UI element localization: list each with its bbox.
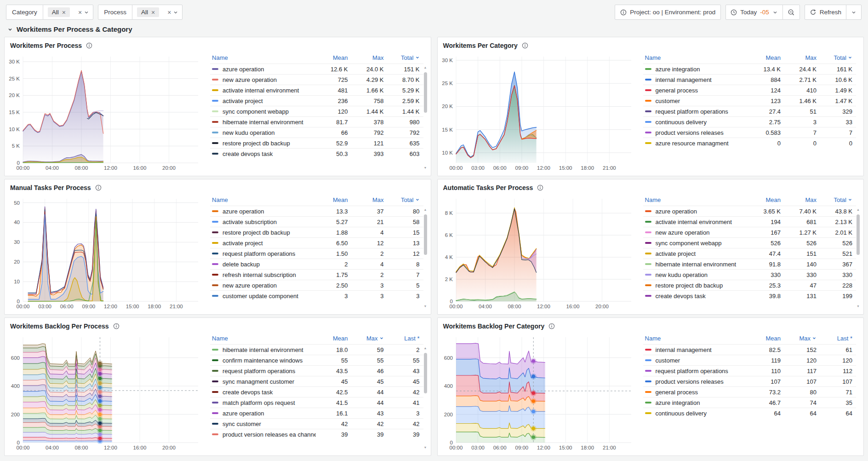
legend-column-total[interactable]: Total xyxy=(388,52,423,64)
series-name[interactable]: create devops task xyxy=(210,387,315,398)
series-name[interactable]: activate project xyxy=(210,238,315,248)
series-name[interactable]: product versions releases xyxy=(643,376,748,387)
panel-title[interactable]: Workitems Backlog Per Category xyxy=(443,323,545,330)
series-name[interactable]: activate internal environment xyxy=(210,85,315,96)
series-name[interactable]: sync customer xyxy=(210,419,315,429)
series-name[interactable]: new azure operation xyxy=(210,75,315,85)
legend-column-name[interactable]: Name xyxy=(643,52,748,64)
series-name[interactable]: continuous delivery xyxy=(643,117,748,127)
series-name[interactable]: new kudu operation xyxy=(643,270,748,280)
series-name[interactable]: customer xyxy=(643,355,748,366)
legend-column-max[interactable]: Max xyxy=(784,52,820,64)
legend-column-last[interactable]: Last * xyxy=(820,333,856,345)
panel-title[interactable]: Workitems Per Process xyxy=(10,42,82,49)
legend-column-name[interactable]: Name xyxy=(643,333,748,345)
legend-column-total[interactable]: Total xyxy=(820,52,856,64)
panel-title[interactable]: Manual Tasks Per Process xyxy=(10,184,91,191)
legend-column-name[interactable]: Name xyxy=(210,333,315,345)
legend-column-max[interactable]: Max xyxy=(352,333,388,345)
series-name[interactable]: restore project db backup xyxy=(210,227,315,238)
legend-column-mean[interactable]: Mean xyxy=(748,194,784,206)
refresh-button[interactable]: Refresh xyxy=(805,5,846,19)
panel-title[interactable]: Workitems Per Category xyxy=(443,42,518,49)
series-name[interactable]: create devops task xyxy=(643,291,748,301)
legend-column-max[interactable]: Max xyxy=(784,194,820,206)
legend-column-last[interactable]: Last * xyxy=(388,333,423,345)
series-name[interactable]: continuous delivery xyxy=(643,408,748,419)
series-name[interactable]: azure resource managment xyxy=(643,138,748,149)
chart-area[interactable]: 0102030405000:0003:0006:0009:0012:0015:0… xyxy=(6,194,202,311)
series-name[interactable]: new azure operation xyxy=(210,280,315,291)
filter-process-chip[interactable]: All× xyxy=(137,7,159,17)
info-icon[interactable] xyxy=(537,184,543,191)
chart-area[interactable]: 020040060000:0003:0006:0009:0012:0015:00… xyxy=(439,333,635,452)
series-name[interactable]: customer update component xyxy=(210,291,315,301)
section-collapse-icon[interactable] xyxy=(7,27,13,32)
legend-column-max[interactable]: Max xyxy=(352,52,388,64)
series-name[interactable]: create devops task xyxy=(210,149,315,159)
series-name[interactable]: request platform operations xyxy=(210,248,315,259)
series-name[interactable]: refresh internal subscription xyxy=(210,270,315,280)
filter-clear-icon[interactable]: × xyxy=(78,9,82,16)
series-name[interactable]: hibernate internal environment xyxy=(643,259,748,270)
zoom-out-button[interactable] xyxy=(782,5,799,19)
legend-column-total[interactable]: Total xyxy=(820,194,856,206)
scroll-down-icon[interactable]: ▼ xyxy=(423,166,428,169)
refresh-interval-button[interactable] xyxy=(846,5,861,19)
legend-scrollbar[interactable]: ▲▼ xyxy=(423,67,428,168)
time-range-button[interactable]: Today -05 xyxy=(726,5,782,19)
chart-area[interactable]: 10 K15 K20 K25 K30 K00:0003:0006:0009:00… xyxy=(439,52,635,172)
panel-title[interactable]: Workitems Backlog Per Process xyxy=(10,323,109,330)
series-name[interactable]: confirm maintenance windows xyxy=(210,355,315,366)
info-icon[interactable] xyxy=(86,42,92,49)
legend-column-max[interactable]: Max xyxy=(352,194,388,206)
series-name[interactable]: azure operation xyxy=(210,408,315,419)
series-name[interactable]: activate internal environment xyxy=(643,217,748,227)
scroll-down-icon[interactable]: ▼ xyxy=(856,305,860,308)
series-name[interactable]: general process xyxy=(643,387,748,398)
series-name[interactable]: general process xyxy=(643,85,748,96)
series-name[interactable]: new kudu operation xyxy=(210,127,315,138)
project-environment-button[interactable]: Project: oo | Environment: prod xyxy=(615,5,721,20)
legend-scrollbar[interactable]: ▲▼ xyxy=(423,347,428,448)
chart-area[interactable]: 05 K10 K15 K20 K25 K30 K00:0004:0008:001… xyxy=(6,52,202,172)
series-name[interactable]: azure integration xyxy=(643,398,748,408)
scrollbar-thumb[interactable] xyxy=(424,353,427,393)
filter-category-chip[interactable]: All× xyxy=(48,7,70,17)
legend-column-total[interactable]: Total xyxy=(388,194,423,206)
scrollbar-thumb[interactable] xyxy=(857,214,860,255)
scrollbar-thumb[interactable] xyxy=(424,214,427,255)
info-icon[interactable] xyxy=(113,323,120,329)
legend-column-mean[interactable]: Mean xyxy=(748,52,784,64)
series-name[interactable]: azure integration xyxy=(643,64,748,75)
series-name[interactable]: customer xyxy=(643,96,748,106)
series-name[interactable]: sync component webapp xyxy=(643,238,748,248)
series-name[interactable]: hibernate internal environment xyxy=(210,117,315,127)
series-name[interactable]: activate project xyxy=(210,96,315,106)
series-name[interactable]: request platform operations xyxy=(643,366,748,376)
scroll-up-icon[interactable]: ▲ xyxy=(423,208,428,211)
scroll-down-icon[interactable]: ▼ xyxy=(423,446,428,449)
series-name[interactable]: azure operation xyxy=(210,64,315,75)
info-icon[interactable] xyxy=(548,323,555,329)
scroll-down-icon[interactable]: ▼ xyxy=(423,305,428,308)
series-name[interactable]: hibernate internal environment xyxy=(210,345,315,355)
legend-column-mean[interactable]: Mean xyxy=(316,333,352,345)
legend-column-max[interactable]: Max xyxy=(784,333,820,345)
chevron-down-icon[interactable] xyxy=(173,10,178,15)
legend-column-mean[interactable]: Mean xyxy=(748,333,784,345)
series-name[interactable]: activate project xyxy=(643,248,748,259)
series-name[interactable]: sync component webapp xyxy=(210,106,315,117)
panel-title[interactable]: Automatic Tasks Per Process xyxy=(443,184,533,191)
info-icon[interactable] xyxy=(522,42,528,49)
scrollbar-thumb[interactable] xyxy=(424,72,427,113)
info-icon[interactable] xyxy=(95,184,102,191)
legend-column-mean[interactable]: Mean xyxy=(316,194,352,206)
series-name[interactable]: internal management xyxy=(643,345,748,355)
chart-area[interactable]: 02 K4 K6 K8 K00:0004:0008:0012:0016:0020… xyxy=(439,194,635,311)
series-name[interactable]: product versions releases xyxy=(643,127,748,138)
series-name[interactable]: azure operation xyxy=(643,206,748,217)
series-name[interactable]: request platform operations xyxy=(210,366,315,376)
scroll-up-icon[interactable]: ▲ xyxy=(423,346,428,350)
series-name[interactable]: restore project db backup xyxy=(210,138,315,149)
